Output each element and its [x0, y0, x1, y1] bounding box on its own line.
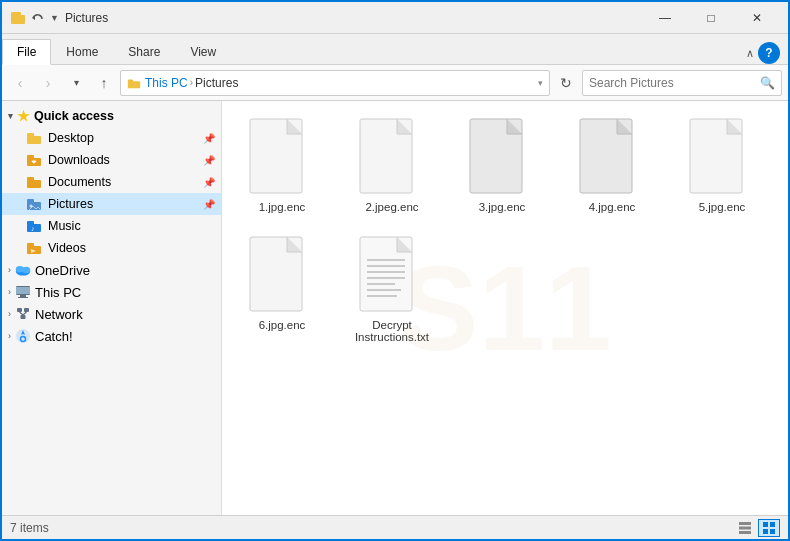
address-field[interactable]: This PC › Pictures ▾: [120, 70, 550, 96]
svg-rect-49: [739, 526, 751, 529]
dropdown-arrow-icon[interactable]: ▼: [50, 13, 59, 23]
breadcrumb-thispc[interactable]: This PC: [145, 76, 188, 90]
svg-rect-1: [11, 15, 25, 24]
catch-icon: [15, 328, 31, 344]
explorer-window: ▼ Pictures — □ ✕ File Home Share View ∧ …: [0, 0, 790, 541]
file-item-4[interactable]: 4.jpg.enc: [562, 111, 662, 219]
maximize-button[interactable]: □: [688, 2, 734, 34]
catch-header[interactable]: › Catch!: [2, 325, 221, 347]
videos-label: Videos: [48, 241, 86, 255]
ribbon-tabs: File Home Share View ∧ ?: [2, 34, 788, 64]
file-icon-3: [467, 117, 537, 197]
status-items-count: 7 items: [10, 521, 49, 535]
search-input[interactable]: [589, 76, 756, 90]
svg-point-22: [22, 267, 30, 273]
file-item-6[interactable]: 6.jpg.enc: [232, 229, 332, 349]
svg-rect-28: [24, 308, 29, 312]
search-box[interactable]: 🔍: [582, 70, 782, 96]
undo-icon[interactable]: [30, 10, 46, 26]
thispc-header[interactable]: › This PC: [2, 281, 221, 303]
tab-view[interactable]: View: [175, 39, 231, 65]
file-item-7[interactable]: Decrypt Instructions.txt: [342, 229, 442, 349]
file-item-2[interactable]: 2.jpeg.enc: [342, 111, 442, 219]
pictures-label: Pictures: [48, 197, 93, 211]
folder-documents-icon: [26, 174, 42, 190]
quick-access-label: Quick access: [34, 109, 114, 123]
forward-button[interactable]: ›: [36, 71, 60, 95]
breadcrumb: This PC › Pictures: [145, 76, 534, 90]
thispc-icon: [15, 284, 31, 300]
file-name-2: 2.jpeg.enc: [365, 201, 418, 213]
svg-rect-29: [21, 315, 26, 319]
sidebar-section-onedrive: › OneDrive: [2, 259, 221, 281]
network-label: Network: [35, 307, 83, 322]
sidebar-item-downloads[interactable]: Downloads 📌: [2, 149, 221, 171]
svg-rect-27: [17, 308, 22, 312]
quickaccess-expand-icon: ▾: [8, 111, 13, 121]
svg-line-30: [20, 312, 24, 315]
file-icon-7: [357, 235, 427, 315]
close-button[interactable]: ✕: [734, 2, 780, 34]
folder-small-icon: [127, 76, 141, 90]
file-name-7: Decrypt Instructions.txt: [348, 319, 436, 343]
minimize-button[interactable]: —: [642, 2, 688, 34]
search-icon[interactable]: 🔍: [760, 76, 775, 90]
network-header[interactable]: › Network: [2, 303, 221, 325]
svg-rect-51: [763, 522, 768, 527]
sidebar-item-music[interactable]: ♪ Music: [2, 215, 221, 237]
refresh-button[interactable]: ↻: [554, 71, 578, 95]
file-icon-4: [577, 117, 647, 197]
desktop-label: Desktop: [48, 131, 94, 145]
svg-rect-26: [18, 297, 28, 298]
svg-rect-54: [770, 529, 775, 534]
address-dropdown-icon[interactable]: ▾: [538, 78, 543, 88]
svg-rect-12: [27, 202, 41, 210]
sidebar-section-network: › Network: [2, 303, 221, 325]
tab-home[interactable]: Home: [51, 39, 113, 65]
up-button[interactable]: ↑: [92, 71, 116, 95]
file-icon-2: [357, 117, 427, 197]
main-area: ▾ ★ Quick access Desktop 📌: [2, 101, 788, 515]
dropdown-recent-button[interactable]: ▾: [64, 71, 88, 95]
file-icon-6: [247, 235, 317, 315]
icon-view-button[interactable]: [758, 519, 780, 537]
svg-rect-10: [27, 180, 41, 188]
file-icon-1: [247, 117, 317, 197]
sidebar-item-documents[interactable]: Documents 📌: [2, 171, 221, 193]
status-bar: 7 items: [2, 515, 788, 539]
sidebar-item-desktop[interactable]: Desktop 📌: [2, 127, 221, 149]
music-label: Music: [48, 219, 81, 233]
tab-file[interactable]: File: [2, 39, 51, 65]
ribbon: File Home Share View ∧ ?: [2, 34, 788, 65]
title-bar: ▼ Pictures — □ ✕: [2, 2, 788, 34]
sidebar-section-catch: › Catch!: [2, 325, 221, 347]
desktop-pin-icon: 📌: [203, 133, 215, 144]
documents-label: Documents: [48, 175, 111, 189]
window-controls: — □ ✕: [642, 2, 780, 34]
breadcrumb-pictures[interactable]: Pictures: [195, 76, 238, 90]
onedrive-header[interactable]: › OneDrive: [2, 259, 221, 281]
file-item-1[interactable]: 1.jpg.enc: [232, 111, 332, 219]
catch-label: Catch!: [35, 329, 73, 344]
folder-downloads-icon: [26, 152, 42, 168]
sidebar-section-quickaccess: ▾ ★ Quick access Desktop 📌: [2, 105, 221, 259]
thispc-expand-icon: ›: [8, 287, 11, 297]
svg-text:♪: ♪: [31, 225, 35, 232]
quick-access-header[interactable]: ▾ ★ Quick access: [2, 105, 221, 127]
file-name-1: 1.jpg.enc: [259, 201, 306, 213]
help-button[interactable]: ?: [758, 42, 780, 64]
tab-share[interactable]: Share: [113, 39, 175, 65]
address-bar: ‹ › ▾ ↑ This PC › Pictures ▾ ↻ 🔍: [2, 65, 788, 101]
documents-pin-icon: 📌: [203, 177, 215, 188]
list-view-button[interactable]: [734, 519, 756, 537]
folder-desktop-icon: [26, 130, 42, 146]
expand-ribbon-icon[interactable]: ∧: [746, 47, 754, 60]
file-item-3[interactable]: 3.jpg.enc: [452, 111, 552, 219]
back-button[interactable]: ‹: [8, 71, 32, 95]
svg-rect-6: [27, 136, 41, 144]
file-item-5[interactable]: 5.jpg.enc: [672, 111, 772, 219]
sidebar-item-pictures[interactable]: Pictures 📌: [2, 193, 221, 215]
pictures-pin-icon: 📌: [203, 199, 215, 210]
sidebar-item-videos[interactable]: Videos: [2, 237, 221, 259]
onedrive-expand-icon: ›: [8, 265, 11, 275]
